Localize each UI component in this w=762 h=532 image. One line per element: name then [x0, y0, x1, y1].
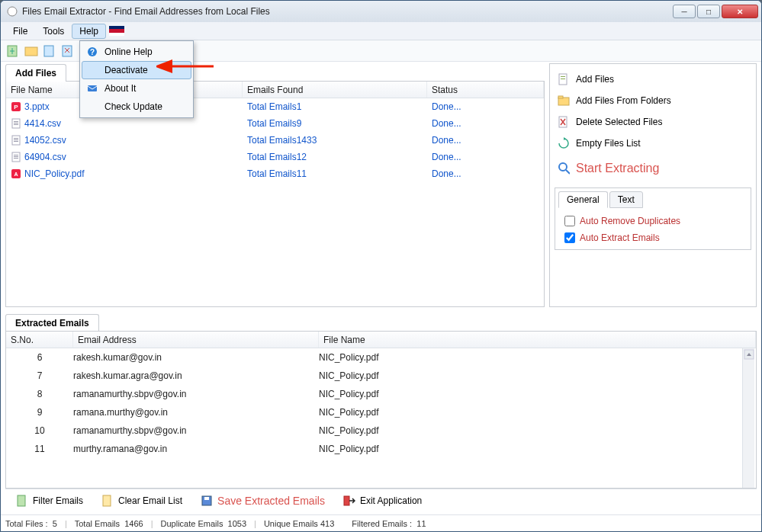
svg-rect-36	[344, 496, 349, 505]
save-icon	[201, 495, 213, 507]
emails-found-cell: Total Emails1	[243, 99, 427, 114]
main-window: Files Email Extractor - Find Email Addre…	[0, 0, 762, 532]
side-add-folders[interactable]: Add Files From Folders	[555, 90, 751, 111]
table-row[interactable]: 14052.csvTotal Emails1433Done...	[6, 132, 544, 149]
sno-cell: 7	[6, 370, 73, 381]
sno-cell: 8	[6, 389, 73, 399]
tab-extracted-emails[interactable]: Extracted Emails	[5, 314, 99, 332]
svg-rect-26	[561, 79, 565, 79]
col-email[interactable]: Email Address	[73, 332, 319, 348]
table-row[interactable]: 8ramanamurthy.sbpv@gov.inNIC_Policy.pdf	[6, 385, 756, 403]
table-row[interactable]: 6rakesh.kumar@gov.inNIC_Policy.pdf	[6, 348, 756, 367]
close-button[interactable]: ✕	[722, 5, 758, 18]
filename-cell: NIC_Policy.pdf	[319, 425, 756, 436]
clear-icon	[101, 495, 114, 507]
side-empty[interactable]: Empty Files List	[555, 133, 751, 154]
file-name-cell: 4414.csv	[24, 118, 61, 129]
svg-rect-17	[14, 141, 18, 142]
delete-icon	[558, 116, 570, 128]
col-emails-found[interactable]: Emails Found	[243, 82, 427, 98]
toolbar-icon-1[interactable]	[5, 43, 21, 59]
svg-rect-32	[18, 495, 25, 506]
menu-help[interactable]: Help	[72, 24, 106, 39]
btn-filter-emails[interactable]: Filter Emails	[10, 492, 89, 509]
emails-found-cell: Total Emails12	[243, 149, 427, 165]
tab-add-files[interactable]: Add Files	[5, 64, 66, 82]
file-type-icon	[11, 152, 21, 162]
col-status[interactable]: Status	[427, 82, 544, 98]
email-cell: ramanamurthy.sbpv@gov.in	[73, 425, 319, 436]
check-auto-extract[interactable]	[564, 232, 575, 243]
folder-icon	[558, 95, 570, 107]
table-row[interactable]: 64904.csvTotal Emails12Done...	[6, 149, 544, 165]
menu-about[interactable]: About It	[82, 79, 191, 98]
table-row[interactable]: 9ramana.murthy@gov.inNIC_Policy.pdf	[6, 403, 756, 421]
file-type-icon	[11, 118, 21, 129]
svg-rect-7	[63, 46, 72, 56]
side-delete-selected[interactable]: Delete Selected Files	[555, 111, 751, 133]
svg-text:A: A	[14, 171, 18, 177]
svg-text:?: ?	[90, 48, 95, 56]
menu-deactivate-label: Deactivate	[104, 65, 148, 75]
side-start-extracting[interactable]: Start Extracting	[555, 154, 751, 183]
sno-cell: 10	[6, 425, 73, 436]
files-table-body: P3.pptxTotal Emails1Done...4414.csvTotal…	[6, 98, 544, 306]
check-auto-remove-dup[interactable]	[564, 216, 575, 226]
emails-found-cell: Total Emails1433	[243, 133, 427, 148]
toolbar-icon-4[interactable]	[60, 43, 76, 59]
menu-check-update[interactable]: Check Update	[82, 98, 191, 116]
svg-rect-5	[25, 47, 37, 56]
svg-rect-21	[14, 158, 18, 159]
col-fname[interactable]: File Name	[319, 332, 756, 348]
menu-tools[interactable]: Tools	[35, 24, 72, 39]
bottom-toolbar: Filter Emails Clear Email List Save Extr…	[5, 489, 757, 511]
table-row[interactable]: 11murthy.ramana@gov.inNIC_Policy.pdf	[6, 440, 756, 458]
svg-text:P: P	[14, 104, 18, 111]
btn-clear-list[interactable]: Clear Email List	[95, 492, 188, 509]
svg-rect-6	[44, 46, 53, 56]
minimize-button[interactable]: ─	[673, 5, 696, 18]
side-add-files[interactable]: Add Files	[555, 69, 751, 90]
col-sno[interactable]: S.No.	[6, 332, 73, 348]
table-row[interactable]: 10ramanamurthy.sbpv@gov.inNIC_Policy.pdf	[6, 421, 756, 440]
side-start-label: Start Extracting	[576, 162, 659, 175]
status-total-emails: Total Emails 1466	[75, 519, 143, 528]
sidetab-text[interactable]: Text	[609, 191, 643, 208]
svg-rect-25	[561, 76, 565, 77]
status-duplicate: Duplicate Emails 1053	[161, 519, 247, 528]
status-cell: Done...	[427, 116, 544, 131]
menu-deactivate[interactable]: Deactivate	[82, 61, 191, 79]
status-unique: Unique Emails 413	[264, 519, 334, 528]
language-flag-icon[interactable]	[109, 26, 124, 36]
window-title: Files Email Extractor - Find Email Addre…	[22, 6, 673, 17]
btn-exit[interactable]: Exit Application	[337, 492, 428, 509]
menu-bar: File Tools Help ? Online Help Deactivate…	[1, 22, 761, 40]
emails-found-cell: Total Emails9	[243, 116, 427, 131]
menu-file[interactable]: File	[5, 24, 35, 39]
file-type-icon: P	[11, 101, 21, 112]
page-icon	[558, 73, 570, 85]
svg-rect-11	[14, 121, 18, 122]
table-row[interactable]: ANIC_Policy.pdfTotal Emails11Done...	[6, 165, 544, 182]
side-add-files-label: Add Files	[576, 74, 614, 85]
help-dropdown: ? Online Help Deactivate About It Check …	[79, 40, 194, 118]
toolbar-icon-2[interactable]	[24, 43, 39, 59]
menu-online-help[interactable]: ? Online Help	[82, 43, 191, 61]
filter-icon	[16, 495, 28, 507]
maximize-button[interactable]: □	[697, 5, 720, 18]
filename-cell: NIC_Policy.pdf	[319, 444, 756, 454]
status-cell: Done...	[427, 99, 544, 114]
help-icon: ?	[86, 46, 98, 58]
svg-rect-15	[14, 138, 18, 139]
btn-save-extracted[interactable]: Save Extracted Emails	[195, 492, 331, 509]
side-add-folders-label: Add Files From Folders	[576, 95, 671, 106]
table-row[interactable]: 7rakesh.kumar.agra@gov.inNIC_Policy.pdf	[6, 367, 756, 385]
email-cell: rakesh.kumar@gov.in	[73, 352, 319, 363]
svg-rect-13	[14, 124, 18, 125]
status-total-files: Total Files : 5	[5, 519, 57, 528]
filename-cell: NIC_Policy.pdf	[319, 352, 756, 363]
vertical-scrollbar[interactable]	[742, 348, 754, 488]
sidetab-general[interactable]: General	[558, 191, 608, 208]
btn-clear-label: Clear Email List	[118, 495, 182, 506]
toolbar-icon-3[interactable]	[42, 43, 57, 59]
